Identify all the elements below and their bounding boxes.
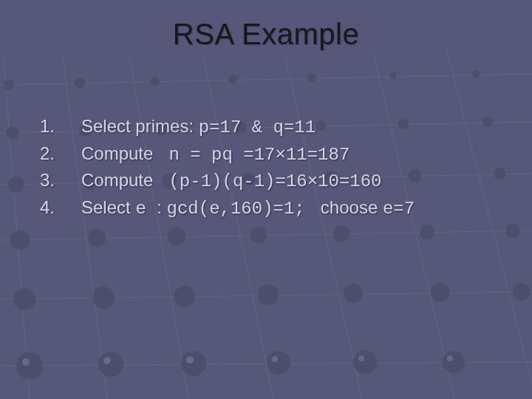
svg-point-57	[272, 356, 278, 362]
list-text: Select e : gcd(e,160)=1; choose e=7	[81, 195, 415, 222]
svg-point-28	[168, 228, 185, 245]
svg-point-27	[88, 229, 106, 247]
svg-point-54	[22, 358, 30, 366]
list-item: 1. Select primes: p=17 & q=11	[40, 114, 415, 141]
slide-title: RSA Example	[0, 18, 532, 51]
svg-point-15	[181, 351, 206, 376]
svg-point-26	[10, 231, 30, 250]
svg-point-30	[333, 225, 349, 242]
svg-point-18	[443, 351, 465, 373]
svg-point-58	[358, 355, 364, 361]
list-number: 3.	[40, 168, 81, 194]
svg-point-31	[420, 225, 434, 239]
svg-line-9	[203, 55, 273, 399]
list-number: 4.	[40, 195, 81, 221]
list-item: 4. Select e : gcd(e,160)=1; choose e=7	[40, 195, 415, 222]
svg-line-10	[284, 53, 362, 399]
svg-point-56	[186, 356, 194, 364]
svg-point-53	[472, 70, 480, 78]
svg-point-52	[389, 72, 397, 79]
svg-point-32	[505, 223, 520, 238]
svg-line-3	[0, 231, 532, 240]
svg-line-8	[129, 56, 188, 399]
list-text: Compute n = pq =17×11=187	[81, 141, 349, 168]
svg-point-20	[92, 287, 115, 309]
svg-point-14	[98, 352, 123, 377]
svg-line-0	[0, 74, 532, 85]
svg-point-16	[267, 351, 290, 375]
svg-line-5	[0, 362, 532, 366]
svg-point-39	[494, 168, 505, 180]
svg-point-50	[228, 75, 237, 83]
svg-point-48	[75, 78, 85, 88]
svg-point-21	[174, 286, 195, 307]
svg-point-24	[431, 283, 450, 302]
svg-point-29	[250, 227, 267, 243]
svg-line-7	[63, 58, 107, 399]
svg-line-11	[373, 52, 454, 399]
svg-point-25	[513, 283, 531, 301]
list-text: Compute (p-1)(q-1)=16×10=160	[81, 168, 382, 195]
svg-point-46	[482, 117, 493, 127]
svg-point-59	[447, 355, 453, 361]
list-number: 1.	[40, 114, 81, 140]
svg-line-12	[447, 51, 532, 384]
svg-point-22	[258, 284, 279, 305]
list-item: 3. Compute (p-1)(q-1)=16×10=160	[40, 168, 415, 195]
svg-point-49	[151, 77, 160, 86]
svg-point-55	[103, 357, 111, 364]
svg-point-13	[16, 352, 43, 379]
svg-point-51	[307, 73, 316, 82]
list-text: Select primes: p=17 & q=11	[81, 114, 316, 141]
slide: RSA Example 1. Select primes: p=17 & q=1…	[0, 0, 532, 399]
svg-point-23	[344, 284, 363, 303]
svg-point-17	[353, 350, 377, 374]
list-number: 2.	[40, 141, 81, 167]
list-item: 2. Compute n = pq =17×11=187	[40, 141, 415, 168]
svg-line-6	[4, 59, 30, 399]
svg-line-4	[0, 292, 532, 299]
step-list: 1. Select primes: p=17 & q=11 2. Compute…	[40, 114, 415, 222]
svg-point-47	[4, 80, 14, 90]
svg-point-40	[6, 126, 19, 140]
svg-point-33	[8, 177, 24, 193]
svg-point-19	[13, 288, 35, 310]
